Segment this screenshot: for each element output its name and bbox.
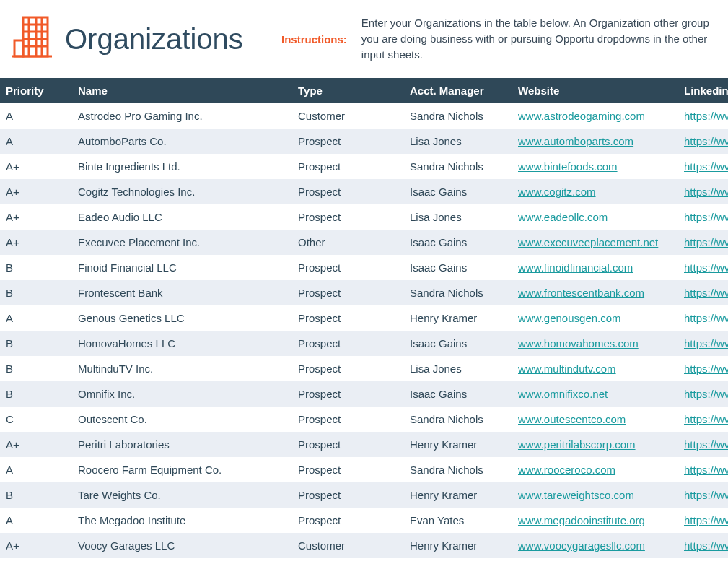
cell-website[interactable]: www.omnifixco.net <box>512 381 678 407</box>
cell-website[interactable]: www.bintefoods.com <box>512 154 678 179</box>
linkedin-link[interactable]: https://wv <box>684 489 728 501</box>
table-row[interactable]: BFrontescent BankProspectSandra Nicholsw… <box>0 280 728 305</box>
cell-linkedin[interactable]: https://wv <box>678 381 728 407</box>
cell-linkedin[interactable]: https://wv <box>678 204 728 230</box>
cell-website[interactable]: www.cogitz.com <box>512 179 678 204</box>
cell-priority[interactable]: B <box>0 255 72 280</box>
cell-website[interactable]: www.tareweightsco.com <box>512 482 678 508</box>
col-type[interactable]: Type <box>292 78 404 103</box>
website-link[interactable]: www.multindutv.com <box>518 362 616 375</box>
cell-website[interactable]: www.frontescentbank.com <box>512 280 678 305</box>
cell-linkedin[interactable]: https://wv <box>678 280 728 305</box>
website-link[interactable]: www.omnifixco.net <box>518 388 608 400</box>
website-link[interactable]: www.finoidfinancial.com <box>518 261 633 274</box>
table-row[interactable]: AGenous Genetics LLCProspectHenry Kramer… <box>0 305 728 331</box>
cell-manager[interactable]: Isaac Gains <box>404 255 512 280</box>
cell-priority[interactable]: B <box>0 356 72 381</box>
cell-name[interactable]: Genous Genetics LLC <box>72 305 292 331</box>
table-row[interactable]: BOmnifix Inc.ProspectIsaac Gainswww.omni… <box>0 381 728 407</box>
cell-type[interactable]: Prospect <box>292 407 404 432</box>
cell-priority[interactable]: B <box>0 482 72 508</box>
cell-priority[interactable]: A+ <box>0 533 72 558</box>
cell-website[interactable]: www.finoidfinancial.com <box>512 255 678 280</box>
cell-linkedin[interactable]: https://wv <box>678 356 728 381</box>
cell-priority[interactable]: B <box>0 280 72 305</box>
cell-priority[interactable]: A <box>0 129 72 154</box>
linkedin-link[interactable]: https://wv <box>684 337 728 349</box>
cell-name[interactable]: The Megadoo Institute <box>72 508 292 533</box>
cell-website[interactable]: www.genousgen.com <box>512 305 678 331</box>
website-link[interactable]: www.cogitz.com <box>518 186 596 198</box>
cell-type[interactable]: Prospect <box>292 255 404 280</box>
linkedin-link[interactable]: https://wv <box>684 464 728 476</box>
cell-name[interactable]: Voocy Garages LLC <box>72 533 292 558</box>
cell-linkedin[interactable]: https://wv <box>678 482 728 508</box>
cell-name[interactable]: MultinduTV Inc. <box>72 356 292 381</box>
linkedin-link[interactable]: https://wv <box>684 261 728 274</box>
cell-manager[interactable]: Sandra Nichols <box>404 280 512 305</box>
cell-type[interactable]: Other <box>292 230 404 255</box>
table-row[interactable]: BHomovaHomes LLCProspectIsaac Gainswww.h… <box>0 331 728 356</box>
cell-linkedin[interactable]: https://wv <box>678 179 728 204</box>
website-link[interactable]: www.voocygaragesllc.com <box>518 539 645 552</box>
cell-type[interactable]: Prospect <box>292 204 404 230</box>
cell-priority[interactable]: B <box>0 381 72 407</box>
cell-type[interactable]: Prospect <box>292 356 404 381</box>
col-name[interactable]: Name <box>72 78 292 103</box>
cell-manager[interactable]: Lisa Jones <box>404 129 512 154</box>
col-priority[interactable]: Priority <box>0 78 72 103</box>
cell-name[interactable]: HomovaHomes LLC <box>72 331 292 356</box>
cell-website[interactable]: www.voocygaragesllc.com <box>512 533 678 558</box>
website-link[interactable]: www.genousgen.com <box>518 312 621 324</box>
cell-manager[interactable]: Henry Kramer <box>404 533 512 558</box>
cell-manager[interactable]: Isaac Gains <box>404 230 512 255</box>
cell-priority[interactable]: A+ <box>0 179 72 204</box>
table-row[interactable]: A+Peritri LaboratoriesProspectHenry Kram… <box>0 432 728 457</box>
cell-manager[interactable]: Henry Kramer <box>404 305 512 331</box>
website-link[interactable]: www.peritrilabscorp.com <box>518 438 636 451</box>
table-row[interactable]: AThe Megadoo InstituteProspectEvan Yates… <box>0 508 728 533</box>
cell-manager[interactable]: Lisa Jones <box>404 204 512 230</box>
cell-name[interactable]: Execuvee Placement Inc. <box>72 230 292 255</box>
cell-name[interactable]: Astrodeo Pro Gaming Inc. <box>72 103 292 129</box>
website-link[interactable]: www.tareweightsco.com <box>518 489 634 501</box>
cell-name[interactable]: Cogitz Technologies Inc. <box>72 179 292 204</box>
cell-name[interactable]: Roocero Farm Equipment Co. <box>72 457 292 482</box>
cell-linkedin[interactable]: https://wv <box>678 432 728 457</box>
cell-name[interactable]: Frontescent Bank <box>72 280 292 305</box>
cell-website[interactable]: www.homovahomes.com <box>512 331 678 356</box>
cell-manager[interactable]: Evan Yates <box>404 508 512 533</box>
linkedin-link[interactable]: https://wv <box>684 110 728 122</box>
linkedin-link[interactable]: https://wv <box>684 539 728 552</box>
website-link[interactable]: www.homovahomes.com <box>518 337 639 349</box>
cell-linkedin[interactable]: https://wv <box>678 154 728 179</box>
cell-website[interactable]: www.astrodeogaming.com <box>512 103 678 129</box>
table-row[interactable]: A+Execuvee Placement Inc.OtherIsaac Gain… <box>0 230 728 255</box>
cell-linkedin[interactable]: https://wv <box>678 457 728 482</box>
cell-name[interactable]: Binte Ingredients Ltd. <box>72 154 292 179</box>
cell-linkedin[interactable]: https://wv <box>678 255 728 280</box>
cell-type[interactable]: Prospect <box>292 179 404 204</box>
col-manager[interactable]: Acct. Manager <box>404 78 512 103</box>
cell-linkedin[interactable]: https://wv <box>678 305 728 331</box>
cell-linkedin[interactable]: https://wv <box>678 103 728 129</box>
cell-manager[interactable]: Henry Kramer <box>404 432 512 457</box>
cell-type[interactable]: Prospect <box>292 331 404 356</box>
cell-type[interactable]: Prospect <box>292 381 404 407</box>
table-row[interactable]: BFinoid Financial LLCProspectIsaac Gains… <box>0 255 728 280</box>
cell-type[interactable]: Prospect <box>292 280 404 305</box>
cell-linkedin[interactable]: https://wv <box>678 129 728 154</box>
cell-priority[interactable]: A <box>0 508 72 533</box>
cell-linkedin[interactable]: https://wv <box>678 230 728 255</box>
table-row[interactable]: A+Eadeo Audio LLCProspectLisa Joneswww.e… <box>0 204 728 230</box>
cell-priority[interactable]: A+ <box>0 230 72 255</box>
linkedin-link[interactable]: https://wv <box>684 514 728 526</box>
linkedin-link[interactable]: https://wv <box>684 413 728 425</box>
cell-linkedin[interactable]: https://wv <box>678 331 728 356</box>
cell-name[interactable]: Outescent Co. <box>72 407 292 432</box>
linkedin-link[interactable]: https://wv <box>684 186 728 198</box>
cell-manager[interactable]: Lisa Jones <box>404 356 512 381</box>
cell-priority[interactable]: A+ <box>0 432 72 457</box>
table-row[interactable]: A+Cogitz Technologies Inc.ProspectIsaac … <box>0 179 728 204</box>
table-row[interactable]: BMultinduTV Inc.ProspectLisa Joneswww.mu… <box>0 356 728 381</box>
